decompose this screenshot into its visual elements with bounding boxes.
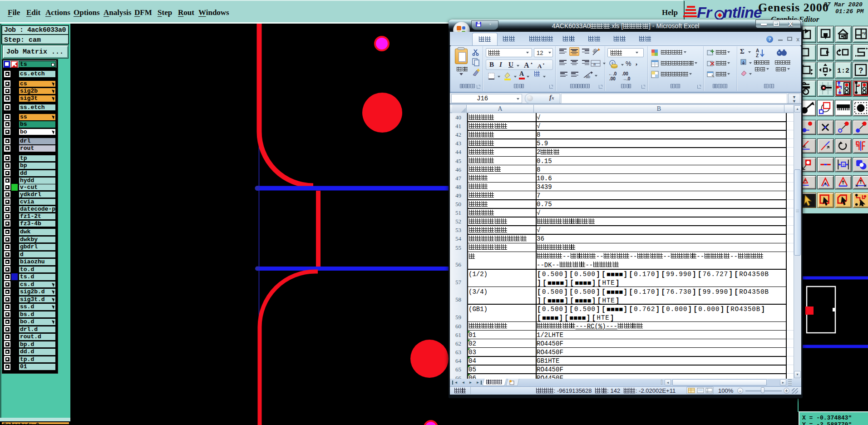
svg-text:9: 9 xyxy=(843,163,845,167)
svg-text:A: A xyxy=(756,48,759,53)
svg-text:xy: xy xyxy=(862,31,866,35)
svg-text:ab: ab xyxy=(591,47,597,54)
svg-text:Z: Z xyxy=(756,53,759,58)
svg-text:a: a xyxy=(593,62,596,66)
svg-text:ab: ab xyxy=(586,74,590,79)
svg-text:?: ? xyxy=(858,66,863,75)
svg-text:1:2: 1:2 xyxy=(837,67,849,75)
